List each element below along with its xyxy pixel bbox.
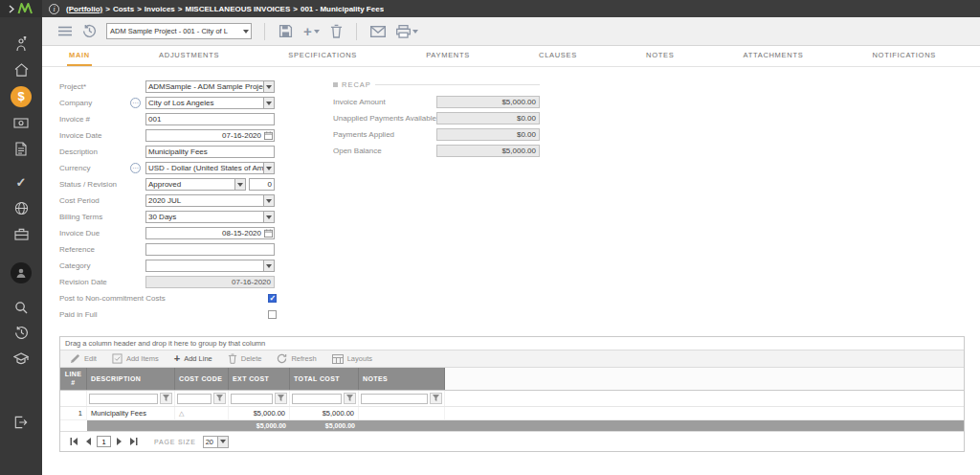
sidebar-item-payments[interactable] [0,110,42,136]
sidebar-item-assistant[interactable] [0,31,42,57]
reference-input[interactable] [146,244,274,255]
sidebar-expand-chevron-icon[interactable] [9,5,14,13]
filter-input-ext-cost[interactable] [231,394,273,404]
save-button[interactable] [278,22,294,40]
pager-last-button[interactable] [128,436,140,447]
app-logo[interactable] [0,0,42,17]
chevron-down-icon[interactable] [263,163,274,173]
revision-input[interactable] [250,179,274,190]
tab-adjustments[interactable]: ADJUSTMENTS [157,46,221,66]
filter-input-cost-code[interactable] [177,394,212,404]
delete-button[interactable] [329,22,344,40]
currency-select[interactable]: USD - Dollar (United States of Ameri [145,162,275,174]
post-noncommitment-label: Post to Non-commitment Costs [59,294,268,303]
filter-icon[interactable] [430,393,442,404]
chevron-down-icon[interactable] [263,260,274,271]
description-input[interactable] [146,147,274,157]
chevron-down-icon[interactable] [217,437,228,447]
billing-terms-select[interactable]: 30 Days [145,211,275,223]
filter-input-total-cost[interactable] [292,394,342,404]
status-select[interactable]: Approved [145,178,246,191]
breadcrumb-portfolio-link[interactable]: (Portfolio) [66,5,102,13]
invoice-date-input[interactable] [146,130,263,141]
grid-group-hint[interactable]: Drag a column header and drop it here to… [60,337,964,351]
chevron-down-icon[interactable] [234,179,245,190]
chevron-down-icon[interactable] [263,212,274,222]
filter-icon[interactable] [275,393,287,404]
sidebar-item-history[interactable] [0,320,42,346]
chevron-down-icon[interactable] [263,195,274,206]
filter-icon[interactable] [160,393,172,404]
project-context-dropdown[interactable]: ADM Sample Project - 001 - City of L [106,23,252,39]
column-header-description[interactable]: DESCRIPTION [87,368,175,390]
invoice-due-input[interactable] [146,228,263,238]
pager-next-button[interactable] [114,436,125,447]
paid-in-full-checkbox[interactable] [268,310,277,319]
calendar-icon[interactable] [263,229,274,238]
sidebar-item-training[interactable] [0,346,42,372]
grid-delete-button[interactable]: Delete [228,353,262,364]
form-row-invoice-date: Invoice Date [59,127,278,144]
tab-main[interactable]: MAIN [67,46,92,66]
pager-page-input[interactable] [97,436,111,447]
history-button[interactable] [81,22,98,40]
menu-list-button[interactable] [57,24,73,38]
grid-data-row[interactable]: 1 Municipality Fees △ $5,000.00 $5,000.0… [60,407,964,420]
column-header-cost-code[interactable]: COST CODE [175,368,229,390]
category-select[interactable] [145,260,275,272]
tab-notes[interactable]: NOTES [644,46,676,66]
tab-specifications[interactable]: SPECIFICATIONS [286,46,359,66]
calendar-icon[interactable] [263,131,274,140]
company-lookup-icon[interactable]: ⋯ [130,98,141,108]
cell-ext-cost: $5,000.00 [229,407,290,419]
breadcrumb-separator: > [105,5,110,13]
sidebar-item-profile[interactable] [0,259,42,286]
email-button[interactable] [369,24,387,39]
company-select[interactable]: City of Los Angeles [145,97,275,109]
sidebar-item-projects[interactable] [0,221,42,247]
page-size-select[interactable]: 20 [203,436,229,448]
info-icon[interactable]: i [49,4,59,14]
filter-icon[interactable] [213,393,226,404]
tab-payments[interactable]: PAYMENTS [424,46,472,66]
grid-refresh-button[interactable]: Refresh [277,353,316,364]
filter-icon[interactable] [344,393,356,404]
sidebar-item-documents[interactable] [0,136,42,162]
chevron-down-icon[interactable] [263,81,274,92]
column-header-line[interactable]: LINE # [60,368,87,390]
column-header-ext-cost[interactable]: EXT COST [229,368,290,390]
sidebar-item-web[interactable] [0,195,42,221]
currency-lookup-icon[interactable]: ⋯ [130,163,141,173]
grid-layouts-button[interactable]: Layouts [332,354,372,364]
breadcrumb-invoices[interactable]: Invoices [145,5,175,13]
project-select[interactable]: ADMSample - ADM Sample Project [145,80,275,93]
sidebar-item-logout[interactable] [0,409,42,435]
chevron-down-icon[interactable] [263,98,274,108]
cost-period-select[interactable]: 2020 JUL [145,194,275,207]
sidebar-item-costs[interactable]: $ [0,82,42,110]
grid-edit-button[interactable]: Edit [70,353,97,364]
tab-notifications[interactable]: NOTIFICATIONS [870,46,937,66]
sidebar-item-home[interactable] [0,57,42,82]
pager-first-button[interactable] [68,436,79,447]
sidebar-item-search[interactable] [0,294,42,320]
tab-attachments[interactable]: ATTACHMENTS [742,46,806,66]
chevron-down-icon [314,30,320,34]
filter-input-notes[interactable] [361,394,428,404]
print-button[interactable] [395,23,419,40]
breadcrumb-costs[interactable]: Costs [113,5,134,13]
cost-period-label: Cost Period [59,196,130,205]
filter-input-description[interactable] [89,394,158,404]
grid-add-items-button[interactable]: Add Items [112,353,159,364]
add-button[interactable]: + [302,22,321,40]
column-header-notes[interactable]: NOTES [359,368,445,390]
tab-clauses[interactable]: CLAUSES [537,46,579,66]
sidebar-item-approvals[interactable]: ✓ [0,170,42,195]
column-header-total-cost[interactable]: TOTAL COST [290,368,359,390]
invoice-number-input[interactable] [146,114,274,124]
pager-prev-button[interactable] [82,436,94,447]
costs-dollar-icon: $ [11,86,32,107]
grid-add-line-button[interactable]: + Add Line [174,353,212,364]
breadcrumb-misc-invoices[interactable]: MISCELLANEOUS INVOICES [185,5,290,13]
post-noncommitment-checkbox[interactable] [268,294,277,303]
